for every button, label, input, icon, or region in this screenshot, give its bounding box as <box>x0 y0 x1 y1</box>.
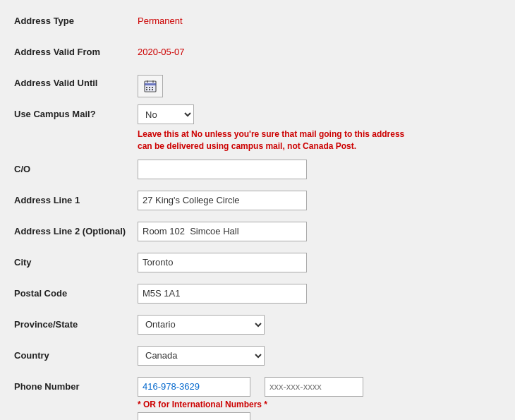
address-valid-from-value: 2020-05-07 <box>138 42 501 57</box>
address-valid-from-label: Address Valid From <box>14 42 138 57</box>
postal-code-input[interactable] <box>138 284 307 304</box>
phone-number-row: Phone Number * OR for International Numb… <box>14 377 501 420</box>
svg-rect-5 <box>149 87 150 88</box>
address-line1-input-wrapper <box>138 191 307 210</box>
campus-mail-note: Leave this at No unless you're sure that… <box>138 128 406 152</box>
phone-intl-input[interactable] <box>138 412 250 420</box>
city-input-wrapper <box>138 253 307 272</box>
co-input[interactable] <box>138 160 307 179</box>
co-input-wrapper <box>138 160 307 179</box>
calendar-button[interactable] <box>138 75 163 97</box>
calendar-icon <box>144 80 157 92</box>
phone-right: * OR for International Numbers * <box>138 377 501 420</box>
province-state-select[interactable]: Ontario British Columbia Alberta Quebec <box>138 315 265 335</box>
co-row: C/O <box>14 160 501 184</box>
svg-rect-4 <box>146 87 147 88</box>
address-line2-input-wrapper <box>138 222 307 241</box>
postal-code-label: Postal Code <box>14 284 138 299</box>
campus-mail-select[interactable]: No Yes <box>138 104 194 124</box>
address-type-row: Address Type Permanent <box>14 11 501 35</box>
use-campus-mail-right: No Yes Leave this at No unless you're su… <box>138 104 501 152</box>
address-line1-label: Address Line 1 <box>14 191 138 205</box>
use-campus-mail-row: Use Campus Mail? No Yes Leave this at No… <box>14 104 501 152</box>
phone-number-label: Phone Number <box>14 377 138 392</box>
address-valid-until-label: Address Valid Until <box>14 73 138 88</box>
form-container: Address Type Permanent Address Valid Fro… <box>0 0 515 420</box>
country-label: Country <box>14 346 138 361</box>
country-select-wrapper: Canada United States United Kingdom <box>138 346 265 366</box>
phone-or-label: * OR for International Numbers * <box>138 400 501 409</box>
province-state-label: Province/State <box>14 315 138 330</box>
city-row: City <box>14 253 501 277</box>
province-state-row: Province/State Ontario British Columbia … <box>14 315 501 339</box>
use-campus-mail-label: Use Campus Mail? <box>14 104 138 119</box>
svg-rect-7 <box>146 89 147 90</box>
address-type-value: Permanent <box>138 11 501 26</box>
campus-mail-controls: No Yes <box>138 104 501 124</box>
postal-code-input-wrapper <box>138 284 307 304</box>
address-line2-row: Address Line 2 (Optional) <box>14 222 501 246</box>
address-line1-row: Address Line 1 <box>14 191 501 215</box>
country-select[interactable]: Canada United States United Kingdom <box>138 346 265 366</box>
svg-rect-8 <box>149 89 150 90</box>
svg-rect-1 <box>145 83 156 85</box>
province-state-select-wrapper: Ontario British Columbia Alberta Quebec <box>138 315 265 335</box>
address-line2-input[interactable] <box>138 222 307 241</box>
address-valid-from-row: Address Valid From 2020-05-07 <box>14 42 501 66</box>
city-input[interactable] <box>138 253 307 272</box>
phone-main-input[interactable] <box>138 377 250 397</box>
postal-code-row: Postal Code <box>14 284 501 308</box>
phone-inputs-wrapper <box>138 377 501 397</box>
co-label: C/O <box>14 160 138 174</box>
phone-intl-placeholder-input[interactable] <box>265 377 363 397</box>
address-valid-until-row: Address Valid Until <box>14 73 501 97</box>
address-line1-input[interactable] <box>138 191 307 210</box>
phone-intl-wrapper <box>138 412 501 420</box>
address-line2-label: Address Line 2 (Optional) <box>14 222 138 236</box>
svg-rect-9 <box>152 89 153 90</box>
use-campus-mail-label-cell: Use Campus Mail? <box>14 104 138 119</box>
country-row: Country Canada United States United King… <box>14 346 501 370</box>
address-type-label: Address Type <box>14 11 138 26</box>
svg-rect-6 <box>152 87 153 88</box>
city-label: City <box>14 253 138 268</box>
